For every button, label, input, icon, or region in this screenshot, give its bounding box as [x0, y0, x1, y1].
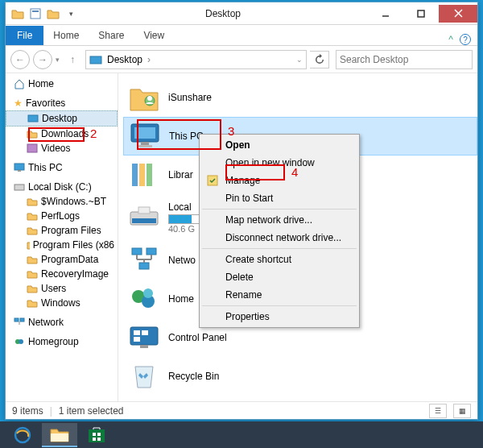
svg-rect-27	[132, 218, 156, 223]
item-label: Netwo	[168, 255, 196, 266]
search-input[interactable]	[340, 54, 469, 65]
menu-properties[interactable]: Properties	[201, 308, 357, 326]
svg-rect-30	[147, 248, 156, 255]
svg-rect-9	[14, 164, 24, 170]
svg-rect-28	[138, 207, 150, 214]
item-label: Control Panel	[168, 332, 227, 343]
tree-c-item[interactable]: Windows	[6, 296, 118, 310]
item-isunshare[interactable]: iSunshare	[123, 78, 477, 117]
forward-button[interactable]: →	[33, 50, 52, 69]
drive-icon	[128, 201, 160, 234]
close-button[interactable]	[439, 5, 477, 23]
svg-rect-20	[134, 127, 155, 139]
svg-rect-43	[140, 345, 148, 348]
menu-rename[interactable]: Rename	[201, 286, 357, 304]
item-label: Recycle Bin	[168, 371, 219, 382]
control-panel-icon	[128, 321, 160, 354]
menu-disconnect-network-drive[interactable]: Disconnect network drive...	[201, 229, 357, 247]
taskbar	[0, 421, 483, 448]
tab-view[interactable]: View	[134, 26, 174, 45]
details-view-button[interactable]: ☰	[429, 404, 447, 418]
status-item-count: 9 items	[12, 405, 43, 417]
menu-open-new-window[interactable]: Open in new window	[201, 154, 357, 172]
svg-rect-41	[142, 330, 148, 335]
chevron-up-icon[interactable]: ^	[448, 34, 453, 45]
menu-delete[interactable]: Delete	[201, 268, 357, 286]
tree-network-label: Network	[28, 317, 64, 328]
tree-c-item[interactable]: RecoveryImage	[6, 267, 118, 281]
svg-rect-23	[132, 164, 138, 186]
tree-c-item[interactable]: $Windows.~BT	[6, 194, 118, 209]
address-bar[interactable]: Desktop › ⌄	[85, 50, 307, 69]
properties-qat-icon[interactable]	[28, 6, 43, 21]
tree-homegroup[interactable]: Homegroup	[6, 334, 118, 349]
tree-c-item[interactable]: ProgramData	[6, 252, 118, 267]
tree-favorites-label: Favorites	[26, 97, 65, 109]
up-button[interactable]: ↑	[63, 50, 82, 69]
svg-rect-10	[18, 170, 21, 172]
address-dropdown-icon[interactable]: ⌄	[296, 56, 303, 64]
back-button[interactable]: ←	[10, 50, 30, 69]
svg-rect-48	[93, 433, 96, 436]
menu-map-network-drive[interactable]: Map network drive...	[201, 211, 357, 229]
tab-home[interactable]: Home	[43, 26, 89, 45]
libraries-icon	[128, 159, 160, 191]
help-icon[interactable]: ?	[460, 34, 471, 45]
taskbar-file-explorer[interactable]	[42, 423, 77, 447]
svg-rect-39	[130, 327, 158, 345]
tree-c-item[interactable]: Program Files	[6, 223, 118, 238]
tree-home-label: Home	[28, 78, 54, 89]
menu-manage[interactable]: Manage	[201, 172, 357, 189]
svg-point-38	[143, 288, 153, 298]
item-recycle-bin[interactable]: Recycle Bin	[123, 357, 477, 396]
minimize-button[interactable]	[368, 5, 403, 23]
tree-c-item[interactable]: Users	[6, 281, 118, 296]
tree-home[interactable]: Home	[6, 77, 118, 91]
tree-downloads-label: Downloads	[41, 128, 89, 139]
tree-homegroup-label: Homegroup	[28, 336, 79, 347]
menu-pin-to-start[interactable]: Pin to Start	[201, 189, 357, 207]
search-box[interactable]	[336, 50, 473, 69]
svg-rect-40	[134, 330, 140, 335]
location-icon	[89, 54, 102, 65]
tree-network[interactable]: Network	[6, 315, 118, 330]
taskbar-store[interactable]	[79, 423, 114, 447]
svg-rect-12	[14, 318, 19, 321]
svg-rect-13	[20, 318, 24, 321]
qat-dropdown-icon[interactable]: ▾	[64, 6, 78, 21]
breadcrumb-separator: ›	[147, 54, 151, 65]
svg-rect-7	[28, 115, 38, 122]
svg-point-18	[147, 96, 152, 101]
refresh-button[interactable]	[310, 51, 329, 68]
recent-dropdown-icon[interactable]: ▾	[56, 56, 60, 64]
status-selection: 1 item selected	[59, 405, 124, 417]
tree-downloads[interactable]: Downloads	[6, 127, 118, 141]
tree-favorites[interactable]: ★ Favorites	[6, 96, 118, 110]
menu-create-shortcut[interactable]: Create shortcut	[201, 251, 357, 268]
item-label: iSunshare	[168, 92, 212, 103]
tree-c-item[interactable]: PerfLogs	[6, 209, 118, 223]
star-icon: ★	[14, 97, 23, 109]
svg-rect-8	[27, 144, 37, 152]
tab-file[interactable]: File	[6, 26, 43, 45]
new-folder-qat-icon[interactable]	[46, 6, 60, 21]
svg-rect-31	[139, 263, 149, 269]
tree-desktop[interactable]: Desktop	[6, 110, 118, 127]
taskbar-ie[interactable]	[5, 423, 40, 447]
svg-rect-29	[132, 248, 142, 255]
svg-rect-47	[89, 429, 105, 442]
menu-open[interactable]: Open	[201, 136, 357, 154]
tree-local-disk[interactable]: Local Disk (C:)	[6, 180, 118, 194]
tiles-view-button[interactable]: ▦	[453, 404, 471, 418]
svg-rect-25	[147, 164, 152, 186]
tree-this-pc[interactable]: This PC	[6, 160, 118, 175]
tree-c-item[interactable]: Program Files (x86	[6, 238, 118, 252]
svg-rect-1	[32, 10, 39, 12]
svg-rect-24	[139, 164, 145, 186]
tree-videos[interactable]: Videos	[6, 141, 118, 156]
tree-desktop-label: Desktop	[42, 113, 77, 124]
svg-rect-21	[141, 142, 149, 145]
tab-share[interactable]: Share	[89, 26, 134, 45]
breadcrumb-desktop[interactable]: Desktop	[105, 54, 144, 65]
maximize-button[interactable]	[403, 5, 439, 23]
